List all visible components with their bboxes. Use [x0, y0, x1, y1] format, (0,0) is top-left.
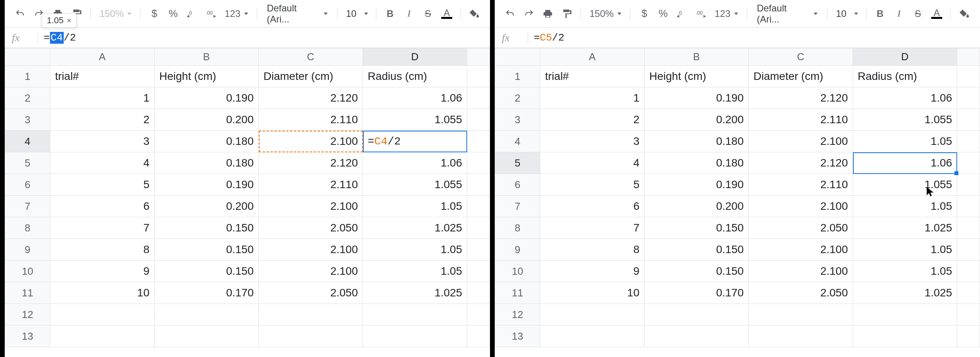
cell[interactable]: 8 — [50, 239, 155, 261]
cell[interactable]: 0.200 — [645, 196, 749, 217]
cell[interactable]: 1.05 — [853, 261, 957, 282]
strikethrough-button[interactable]: S — [420, 6, 436, 22]
select-all-corner[interactable] — [495, 48, 540, 66]
cell[interactable] — [467, 174, 490, 196]
col-header-extra[interactable] — [957, 48, 980, 66]
row-header[interactable]: 2 — [5, 87, 50, 109]
row-header[interactable]: 8 — [495, 217, 540, 239]
col-header-C[interactable]: C — [259, 48, 363, 66]
font-size-dropdown[interactable]: 10 — [343, 8, 370, 19]
col-header-B[interactable]: B — [645, 48, 749, 66]
row-header[interactable]: 3 — [5, 109, 50, 131]
cell[interactable]: 0.190 — [155, 87, 259, 109]
cell[interactable]: 10 — [50, 282, 155, 304]
col-header-A[interactable]: A — [540, 48, 645, 66]
row-header[interactable]: 11 — [5, 282, 50, 304]
cell[interactable]: 1.06 — [853, 87, 957, 109]
cell[interactable]: 1.06 — [363, 87, 467, 109]
cell[interactable] — [363, 304, 467, 326]
cell[interactable]: 2.120 — [259, 152, 363, 174]
header-cell[interactable]: Radius (cm) — [853, 66, 957, 87]
row-header[interactable]: 6 — [495, 174, 540, 196]
cell[interactable]: 0.150 — [645, 217, 749, 239]
cell[interactable] — [957, 131, 980, 152]
cell[interactable] — [155, 304, 259, 326]
header-cell[interactable]: Radius (cm) — [363, 66, 467, 87]
cell[interactable]: 0.200 — [155, 196, 259, 217]
cell[interactable] — [50, 326, 155, 347]
cell[interactable] — [467, 326, 490, 347]
cell[interactable]: 1.025 — [853, 217, 957, 239]
currency-button[interactable]: $ — [146, 6, 162, 22]
row-header[interactable]: 13 — [5, 326, 50, 347]
cell[interactable]: 1.025 — [363, 217, 467, 239]
cell[interactable]: 1.05 — [363, 239, 467, 261]
cell[interactable] — [749, 326, 853, 347]
cell[interactable]: 1.06 — [853, 152, 957, 174]
font-size-dropdown[interactable]: 10 — [833, 8, 860, 19]
number-format-dropdown[interactable]: 123 — [711, 8, 741, 19]
cell[interactable] — [467, 196, 490, 217]
row-header[interactable]: 5 — [495, 152, 540, 174]
select-all-corner[interactable] — [5, 48, 50, 66]
cell[interactable]: 2.100 — [259, 261, 363, 282]
decrease-decimal-button[interactable]: .0 — [184, 6, 200, 22]
col-header-C[interactable]: C — [749, 48, 853, 66]
percent-button[interactable]: % — [655, 6, 671, 22]
cell[interactable]: 1.06 — [363, 152, 467, 174]
row-header[interactable]: 1 — [495, 66, 540, 87]
cell[interactable]: 1.025 — [363, 282, 467, 304]
cell[interactable]: 1.055 — [853, 174, 957, 196]
cell[interactable] — [467, 109, 490, 131]
cell[interactable]: 4 — [50, 152, 155, 174]
cell[interactable]: 1.055 — [363, 174, 467, 196]
cell[interactable] — [467, 282, 490, 304]
text-color-button[interactable]: A — [438, 6, 455, 22]
cell[interactable] — [467, 261, 490, 282]
cell[interactable]: 2 — [50, 109, 155, 131]
cell[interactable]: 1.055 — [853, 109, 957, 131]
cell[interactable]: 2.120 — [749, 87, 853, 109]
cell[interactable] — [467, 131, 490, 152]
header-cell[interactable]: Height (cm) — [155, 66, 259, 87]
row-header[interactable]: 9 — [495, 239, 540, 261]
cell[interactable] — [957, 304, 980, 326]
cell[interactable] — [957, 282, 980, 304]
cell[interactable] — [957, 152, 980, 174]
cell[interactable]: 2.120 — [749, 152, 853, 174]
cell[interactable]: 2.100 — [749, 239, 853, 261]
cell[interactable]: 2.120 — [259, 87, 363, 109]
cell[interactable] — [957, 261, 980, 282]
cell[interactable]: 0.190 — [645, 87, 749, 109]
close-icon[interactable]: × — [67, 16, 72, 25]
cell[interactable]: 0.150 — [155, 239, 259, 261]
increase-decimal-button[interactable]: .00 — [203, 6, 219, 22]
row-header[interactable]: 13 — [495, 326, 540, 347]
cell[interactable]: 1.025 — [853, 282, 957, 304]
cell[interactable] — [957, 239, 980, 261]
col-header-D[interactable]: D — [853, 48, 957, 66]
cell[interactable] — [467, 217, 490, 239]
cell[interactable] — [467, 152, 490, 174]
cell[interactable]: 0.150 — [155, 217, 259, 239]
zoom-dropdown[interactable]: 150% — [586, 8, 624, 19]
header-cell[interactable]: Diameter (cm) — [749, 66, 853, 87]
undo-button[interactable] — [12, 6, 28, 22]
cell[interactable]: 10 — [540, 282, 645, 304]
cell[interactable]: 2.110 — [259, 109, 363, 131]
cell[interactable]: 0.170 — [155, 282, 259, 304]
cell[interactable] — [957, 174, 980, 196]
cell[interactable]: 1.05 — [363, 196, 467, 217]
row-header[interactable]: 12 — [5, 304, 50, 326]
cell[interactable]: 1.05 — [853, 239, 957, 261]
cell[interactable]: 2.110 — [749, 174, 853, 196]
cell[interactable]: 2 — [540, 109, 645, 131]
cell[interactable]: 7 — [540, 217, 645, 239]
row-header[interactable]: 11 — [495, 282, 540, 304]
cell[interactable]: 0.170 — [645, 282, 749, 304]
cell[interactable] — [645, 304, 749, 326]
cell[interactable]: 1.05 — [853, 131, 957, 152]
decrease-decimal-button[interactable]: .0 — [674, 6, 690, 22]
print-button[interactable] — [540, 6, 556, 22]
cell[interactable]: 9 — [50, 261, 155, 282]
